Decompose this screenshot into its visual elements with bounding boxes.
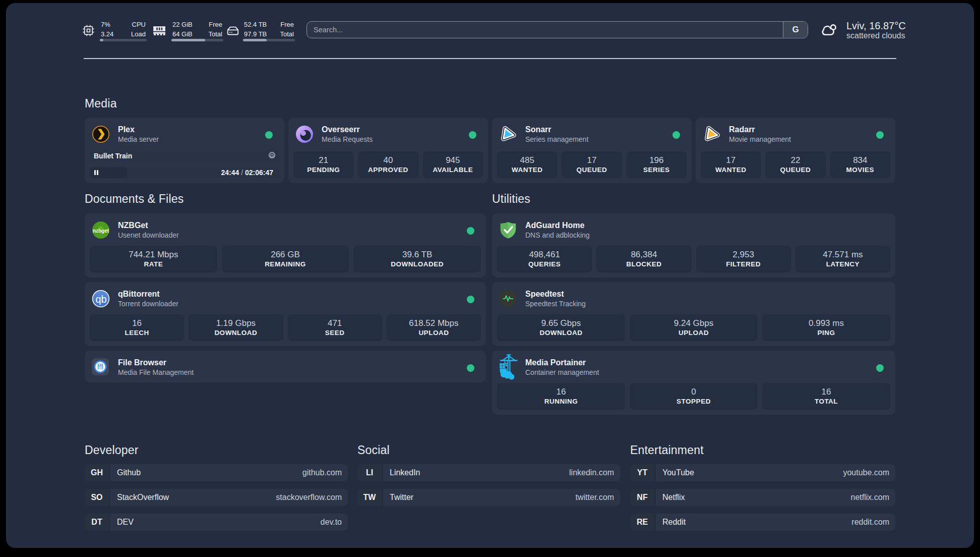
svg-text:nzbget: nzbget bbox=[93, 228, 109, 234]
svg-text:qb: qb bbox=[95, 294, 106, 305]
